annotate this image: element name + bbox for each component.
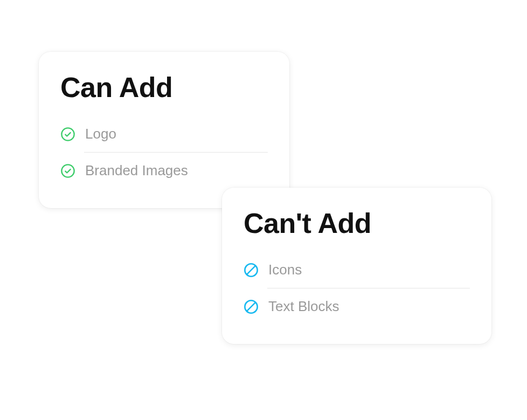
can-add-item: Logo [60, 116, 268, 152]
cant-add-card: Can't Add Icons Text Blocks [222, 188, 491, 344]
svg-point-1 [61, 164, 74, 177]
block-circle-icon [244, 263, 259, 278]
item-label: Icons [268, 261, 302, 278]
item-label: Logo [85, 126, 116, 142]
can-add-item: Branded Images [60, 153, 268, 189]
block-circle-icon [244, 299, 259, 314]
cant-add-title: Can't Add [244, 208, 470, 239]
svg-line-3 [247, 266, 255, 274]
can-add-card: Can Add Logo Branded Images [39, 52, 289, 208]
check-circle-icon [60, 127, 75, 142]
cant-add-item: Text Blocks [244, 288, 470, 325]
svg-line-5 [247, 302, 255, 311]
can-add-title: Can Add [60, 72, 268, 103]
cant-add-item: Icons [244, 252, 470, 288]
item-label: Branded Images [85, 162, 188, 179]
svg-point-0 [61, 128, 74, 140]
check-circle-icon [60, 163, 75, 178]
item-label: Text Blocks [268, 298, 339, 315]
